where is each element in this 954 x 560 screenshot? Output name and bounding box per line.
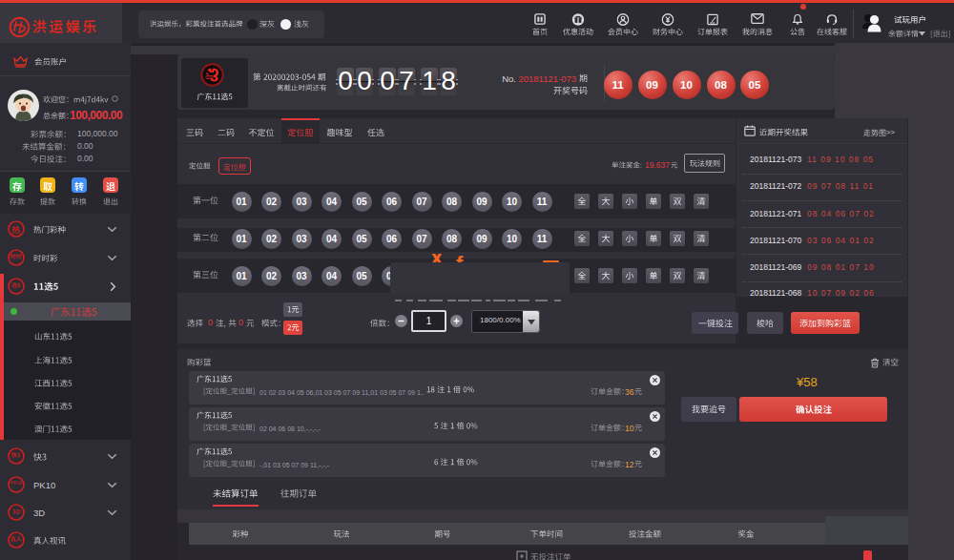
svg-text:11X5: 11X5 [207, 75, 213, 79]
